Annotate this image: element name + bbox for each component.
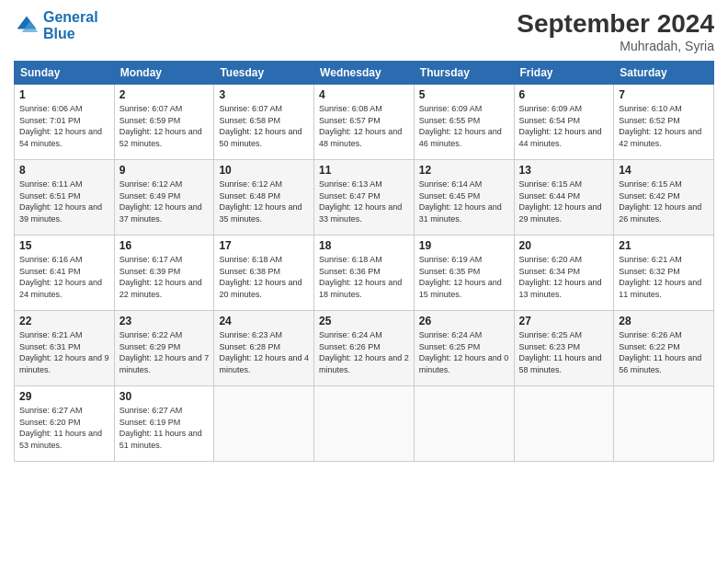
day-info: Sunrise: 6:18 AM Sunset: 6:36 PM Dayligh… [319, 254, 409, 300]
day-number: 6 [519, 88, 609, 101]
calendar-cell: 18 Sunrise: 6:18 AM Sunset: 6:36 PM Dayl… [314, 236, 415, 311]
day-info: Sunrise: 6:08 AM Sunset: 6:57 PM Dayligh… [319, 103, 409, 149]
logo: General Blue [14, 9, 98, 41]
day-number: 19 [419, 239, 509, 252]
calendar-week-3: 22 Sunrise: 6:21 AM Sunset: 6:31 PM Dayl… [15, 311, 714, 386]
day-number: 22 [19, 315, 109, 327]
calendar-table: SundayMondayTuesdayWednesdayThursdayFrid… [14, 61, 714, 462]
subtitle: Muhradah, Syria [517, 39, 714, 53]
calendar-cell: 12 Sunrise: 6:14 AM Sunset: 6:45 PM Dayl… [414, 160, 514, 236]
logo-text: General Blue [43, 9, 98, 41]
day-info: Sunrise: 6:15 AM Sunset: 6:42 PM Dayligh… [619, 178, 709, 224]
calendar-cell [414, 386, 514, 462]
header: General Blue September 2024 Muhradah, Sy… [14, 9, 714, 53]
day-info: Sunrise: 6:07 AM Sunset: 6:58 PM Dayligh… [219, 103, 309, 149]
logo-line1: General [43, 9, 98, 25]
title-block: September 2024 Muhradah, Syria [517, 9, 714, 53]
day-info: Sunrise: 6:24 AM Sunset: 6:26 PM Dayligh… [319, 329, 409, 375]
day-number: 29 [19, 390, 109, 403]
day-info: Sunrise: 6:09 AM Sunset: 6:55 PM Dayligh… [419, 103, 509, 149]
day-info: Sunrise: 6:11 AM Sunset: 6:51 PM Dayligh… [19, 178, 109, 224]
day-info: Sunrise: 6:23 AM Sunset: 6:28 PM Dayligh… [219, 329, 309, 375]
day-info: Sunrise: 6:22 AM Sunset: 6:29 PM Dayligh… [119, 329, 210, 375]
calendar-cell [214, 386, 314, 462]
calendar-cell [314, 386, 415, 462]
day-number: 5 [419, 88, 509, 101]
col-header-saturday: Saturday [614, 62, 714, 85]
calendar-cell [614, 386, 714, 462]
calendar-cell: 21 Sunrise: 6:21 AM Sunset: 6:32 PM Dayl… [614, 236, 714, 311]
col-header-friday: Friday [514, 62, 614, 85]
col-header-monday: Monday [114, 62, 214, 85]
day-info: Sunrise: 6:12 AM Sunset: 6:48 PM Dayligh… [219, 178, 309, 224]
page: General Blue September 2024 Muhradah, Sy… [0, 0, 728, 563]
day-number: 12 [419, 164, 509, 177]
day-number: 11 [319, 164, 409, 177]
day-number: 10 [219, 164, 309, 177]
calendar-week-2: 15 Sunrise: 6:16 AM Sunset: 6:41 PM Dayl… [15, 236, 714, 311]
day-info: Sunrise: 6:12 AM Sunset: 6:49 PM Dayligh… [119, 178, 210, 224]
calendar-cell: 20 Sunrise: 6:20 AM Sunset: 6:34 PM Dayl… [514, 236, 614, 311]
calendar-cell: 8 Sunrise: 6:11 AM Sunset: 6:51 PM Dayli… [15, 160, 115, 236]
day-number: 27 [519, 315, 609, 327]
calendar-cell: 7 Sunrise: 6:10 AM Sunset: 6:52 PM Dayli… [614, 85, 714, 160]
calendar-cell: 4 Sunrise: 6:08 AM Sunset: 6:57 PM Dayli… [314, 85, 415, 160]
calendar-cell: 1 Sunrise: 6:06 AM Sunset: 7:01 PM Dayli… [15, 85, 115, 160]
logo-line2: Blue [43, 26, 98, 42]
day-number: 8 [19, 164, 109, 177]
day-number: 23 [119, 315, 210, 327]
day-number: 14 [619, 164, 709, 177]
main-title: September 2024 [517, 9, 714, 39]
day-number: 25 [319, 315, 409, 327]
day-info: Sunrise: 6:10 AM Sunset: 6:52 PM Dayligh… [619, 103, 709, 149]
day-number: 3 [219, 88, 309, 101]
day-number: 30 [119, 390, 210, 403]
day-number: 21 [619, 239, 709, 252]
day-info: Sunrise: 6:14 AM Sunset: 6:45 PM Dayligh… [419, 178, 509, 224]
day-info: Sunrise: 6:06 AM Sunset: 7:01 PM Dayligh… [19, 103, 109, 149]
calendar-cell: 25 Sunrise: 6:24 AM Sunset: 6:26 PM Dayl… [314, 311, 415, 386]
day-info: Sunrise: 6:07 AM Sunset: 6:59 PM Dayligh… [119, 103, 210, 149]
day-number: 15 [19, 239, 109, 252]
calendar-header-row: SundayMondayTuesdayWednesdayThursdayFrid… [15, 62, 714, 85]
day-number: 7 [619, 88, 709, 101]
day-number: 17 [219, 239, 309, 252]
day-info: Sunrise: 6:09 AM Sunset: 6:54 PM Dayligh… [519, 103, 609, 149]
col-header-thursday: Thursday [414, 62, 514, 85]
calendar-cell: 11 Sunrise: 6:13 AM Sunset: 6:47 PM Dayl… [314, 160, 415, 236]
calendar-cell: 17 Sunrise: 6:18 AM Sunset: 6:38 PM Dayl… [214, 236, 314, 311]
day-number: 9 [119, 164, 210, 177]
day-number: 13 [519, 164, 609, 177]
calendar-week-4: 29 Sunrise: 6:27 AM Sunset: 6:20 PM Dayl… [15, 386, 714, 462]
calendar-cell [514, 386, 614, 462]
calendar-cell: 9 Sunrise: 6:12 AM Sunset: 6:49 PM Dayli… [114, 160, 214, 236]
calendar-cell: 27 Sunrise: 6:25 AM Sunset: 6:23 PM Dayl… [514, 311, 614, 386]
col-header-tuesday: Tuesday [214, 62, 314, 85]
day-number: 24 [219, 315, 309, 327]
day-number: 1 [19, 88, 109, 101]
day-info: Sunrise: 6:18 AM Sunset: 6:38 PM Dayligh… [219, 254, 309, 300]
calendar-cell: 22 Sunrise: 6:21 AM Sunset: 6:31 PM Dayl… [15, 311, 115, 386]
calendar-cell: 26 Sunrise: 6:24 AM Sunset: 6:25 PM Dayl… [414, 311, 514, 386]
day-info: Sunrise: 6:24 AM Sunset: 6:25 PM Dayligh… [419, 329, 509, 375]
calendar-cell: 10 Sunrise: 6:12 AM Sunset: 6:48 PM Dayl… [214, 160, 314, 236]
day-number: 20 [519, 239, 609, 252]
day-number: 26 [419, 315, 509, 327]
day-number: 16 [119, 239, 210, 252]
calendar-cell: 3 Sunrise: 6:07 AM Sunset: 6:58 PM Dayli… [214, 85, 314, 160]
calendar-week-0: 1 Sunrise: 6:06 AM Sunset: 7:01 PM Dayli… [15, 85, 714, 160]
calendar-cell: 16 Sunrise: 6:17 AM Sunset: 6:39 PM Dayl… [114, 236, 214, 311]
day-info: Sunrise: 6:19 AM Sunset: 6:35 PM Dayligh… [419, 254, 509, 300]
col-header-wednesday: Wednesday [314, 62, 415, 85]
calendar-cell: 13 Sunrise: 6:15 AM Sunset: 6:44 PM Dayl… [514, 160, 614, 236]
calendar-cell: 28 Sunrise: 6:26 AM Sunset: 6:22 PM Dayl… [614, 311, 714, 386]
day-info: Sunrise: 6:27 AM Sunset: 6:20 PM Dayligh… [19, 405, 109, 451]
day-info: Sunrise: 6:13 AM Sunset: 6:47 PM Dayligh… [319, 178, 409, 224]
day-number: 18 [319, 239, 409, 252]
calendar-week-1: 8 Sunrise: 6:11 AM Sunset: 6:51 PM Dayli… [15, 160, 714, 236]
calendar-cell: 19 Sunrise: 6:19 AM Sunset: 6:35 PM Dayl… [414, 236, 514, 311]
day-number: 2 [119, 88, 210, 101]
calendar-cell: 5 Sunrise: 6:09 AM Sunset: 6:55 PM Dayli… [414, 85, 514, 160]
calendar-cell: 29 Sunrise: 6:27 AM Sunset: 6:20 PM Dayl… [15, 386, 115, 462]
logo-icon [14, 13, 40, 39]
